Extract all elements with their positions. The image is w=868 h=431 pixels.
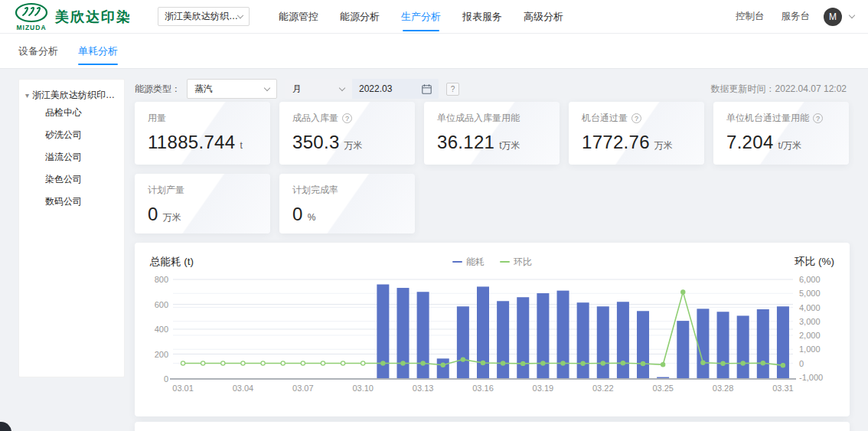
kpi-card-r1-2: 成品入库量?350.3万米 [279, 102, 415, 165]
next-panel-edge [135, 422, 850, 431]
chart-right-axis-title: 环比 (%) [795, 255, 834, 269]
kpi-unit: % [308, 212, 316, 223]
energy-consumption-chart[interactable]: 0200400600800-1,00001,0002,0003,0004,000… [150, 273, 834, 405]
kpi-unit: 万米 [163, 211, 181, 224]
svg-text:200: 200 [155, 350, 168, 359]
legend-swatch [452, 261, 462, 263]
chevron-down-icon [264, 84, 270, 90]
question-glyph: ? [451, 85, 455, 93]
kpi-unit: t [240, 140, 242, 151]
tree-root-node[interactable]: ▾ 浙江美欣达纺织印染科技印... [25, 89, 118, 102]
kpi-value: 350.3 [292, 132, 340, 153]
nav-item-4[interactable]: 报表服务 [462, 0, 502, 34]
tree-root-label: 浙江美欣达纺织印染科技印... [32, 89, 118, 102]
energy-type-value: 蒸汽 [194, 83, 213, 96]
main-nav: 能源管控能源分析生产分析报表服务高级分析 [268, 0, 574, 34]
org-selector[interactable]: 浙江美欣达纺织印... [158, 7, 250, 26]
mizuda-logo-icon: MIZUDA [14, 2, 49, 31]
nav-item-1[interactable]: 能源管控 [279, 0, 318, 34]
legend-swatch [500, 261, 510, 263]
svg-text:03.19: 03.19 [533, 384, 554, 393]
avatar[interactable]: M [824, 8, 842, 26]
logo: MIZUDA [14, 2, 49, 31]
caret-down-icon[interactable]: ▾ [25, 91, 29, 100]
legend-item-1[interactable]: 能耗 [452, 256, 485, 269]
period-value: 月 [292, 83, 302, 96]
svg-text:1,000: 1,000 [799, 344, 821, 354]
svg-text:6,000: 6,000 [799, 275, 821, 284]
header-link-2[interactable]: 服务台 [782, 10, 811, 23]
svg-text:03.04: 03.04 [233, 384, 254, 393]
tab-2[interactable]: 单耗分析 [78, 34, 118, 68]
svg-text:03.31: 03.31 [772, 384, 794, 393]
nav-item-2[interactable]: 能源分析 [340, 0, 380, 34]
header-links: 控制台服务台 [719, 10, 810, 23]
chart-left-axis-title: 总能耗 (t) [150, 255, 194, 269]
svg-text:2,000: 2,000 [799, 331, 821, 340]
help-icon[interactable]: ? [446, 83, 459, 96]
svg-text:3,000: 3,000 [799, 317, 821, 326]
kpi-label: 计划产量 [148, 184, 257, 197]
kpi-row-1: 用量11885.744t成品入库量?350.3万米单位成品入库量用能36.121… [135, 102, 850, 165]
energy-type-select[interactable]: 蒸汽 [187, 79, 277, 99]
date-input[interactable]: 2022.03 [352, 79, 439, 99]
kpi-card-r1-3: 单位成品入库量用能36.121t万米 [424, 102, 560, 165]
chart-header: 总能耗 (t) 能耗环比 环比 (%) [150, 253, 834, 270]
nav-item-5[interactable]: 高级分析 [524, 0, 563, 34]
nav-item-3[interactable]: 生产分析 [401, 0, 441, 34]
svg-text:4,000: 4,000 [799, 303, 821, 312]
svg-text:0: 0 [799, 359, 804, 368]
svg-text:-1,000: -1,000 [799, 373, 823, 382]
avatar-chevron-icon[interactable] [849, 12, 855, 18]
question-circle-icon[interactable]: ? [813, 113, 823, 123]
svg-text:03.16: 03.16 [472, 384, 494, 393]
svg-text:03.13: 03.13 [413, 384, 434, 393]
kpi-value: 1772.76 [582, 132, 650, 153]
tree-node-2[interactable]: 砂洗公司 [25, 124, 118, 146]
kpi-label: 单位成品入库量用能 [437, 112, 547, 125]
tree-node-3[interactable]: 溢流公司 [25, 146, 118, 168]
svg-text:800: 800 [155, 275, 168, 284]
tree-node-1[interactable]: 品检中心 [25, 102, 118, 124]
tree-children: 品检中心砂洗公司溢流公司染色公司数码公司 [25, 102, 118, 213]
date-picker[interactable]: 月 2022.03 [285, 79, 439, 99]
kpi-label: 计划完成率 [292, 184, 402, 197]
floating-widget-button[interactable] [0, 422, 11, 431]
brand-title: 美欣达印染 [55, 8, 132, 26]
org-selector-value: 浙江美欣达纺织印... [165, 10, 238, 23]
svg-text:0: 0 [164, 374, 168, 384]
header-link-1[interactable]: 控制台 [736, 10, 765, 23]
app-header: MIZUDA 美欣达印染 浙江美欣达纺织印... 能源管控能源分析生产分析报表服… [0, 0, 868, 34]
tab-1[interactable]: 设备分析 [18, 34, 58, 68]
kpi-row-2: 计划产量0万米计划完成率0% [135, 174, 850, 233]
kpi-label: 成品入库量? [292, 112, 402, 125]
kpi-value: 0 [148, 204, 158, 225]
kpi-card-r1-5: 单位机台通过量用能?7.204t/万米 [713, 102, 849, 165]
tree-node-4[interactable]: 染色公司 [25, 168, 118, 191]
kpi-card-r1-4: 机台通过量?1772.76万米 [569, 102, 704, 165]
kpi-label: 单位机台通过量用能? [726, 112, 836, 125]
svg-text:03.07: 03.07 [292, 384, 314, 393]
chart-legend: 能耗环比 [452, 256, 532, 269]
org-tree-panel: ▾ 浙江美欣达纺织印染科技印... 品检中心砂洗公司溢流公司染色公司数码公司 [18, 79, 125, 377]
kpi-label: 用量 [148, 112, 257, 125]
data-update-time: 数据更新时间：2022.04.07 12:02 [711, 83, 847, 96]
tab-bar: 设备分析单耗分析 [0, 34, 868, 69]
svg-text:03.22: 03.22 [592, 384, 614, 393]
kpi-unit: t/万米 [778, 139, 802, 152]
tree-node-5[interactable]: 数码公司 [25, 191, 118, 213]
legend-item-2[interactable]: 环比 [500, 256, 532, 269]
kpi-unit: 万米 [344, 139, 363, 152]
logo-mizuda-text: MIZUDA [16, 24, 46, 31]
kpi-card-r2-1: 计划产量0万米 [135, 174, 270, 233]
svg-text:5,000: 5,000 [799, 289, 821, 298]
chevron-down-icon [339, 84, 345, 90]
kpi-value: 11885.744 [148, 132, 235, 153]
question-circle-icon[interactable]: ? [342, 113, 352, 123]
kpi-value: 7.204 [726, 132, 774, 153]
period-select[interactable]: 月 [285, 79, 352, 99]
svg-text:03.10: 03.10 [352, 384, 374, 393]
kpi-label: 机台通过量? [582, 112, 691, 125]
main-content: 能源类型： 蒸汽 月 2022.03 [135, 79, 850, 431]
question-circle-icon[interactable]: ? [631, 113, 641, 123]
